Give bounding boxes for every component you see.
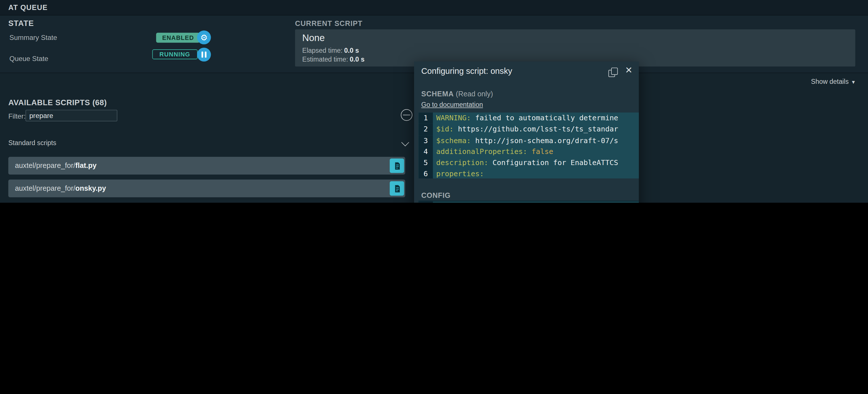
pause-icon — [202, 52, 207, 58]
estimated-time-row: Estimated time:0.0 s — [302, 55, 365, 63]
enqueue-script-icon — [393, 184, 401, 192]
active-line-highlight — [433, 202, 639, 203]
page-title: AT QUEUE — [8, 0, 48, 15]
config-heading: CONFIG — [421, 191, 451, 200]
script-path-prefix: auxtel/prepare_for/ — [15, 184, 75, 192]
enqueue-script-icon — [393, 162, 401, 170]
summary-state-label: Summary State — [9, 34, 57, 41]
elapsed-time-row: Elapsed time:0.0 s — [302, 47, 359, 54]
gear-icon: ⚙ — [200, 33, 208, 41]
current-script-panel: None Elapsed time:0.0 s Estimated time:0… — [295, 29, 855, 66]
schema-readonly-note: (Read only) — [454, 90, 493, 98]
schema-line: 6properties: — [418, 169, 639, 178]
script-name: onsky.py — [75, 184, 106, 192]
filter-label: Filter: — [8, 113, 26, 120]
standard-scripts-group-header[interactable]: Standard scripts — [0, 136, 414, 151]
elapsed-time-value: 0.0 s — [344, 47, 359, 54]
filter-input[interactable] — [25, 110, 117, 121]
summary-state-badge: ENABLED — [156, 33, 200, 43]
close-icon[interactable]: × — [624, 63, 633, 77]
estimated-time-value: 0.0 s — [350, 55, 365, 63]
enqueue-script-button[interactable] — [390, 159, 404, 173]
schema-editor[interactable]: 1WARNING: failed to automatically determ… — [418, 113, 639, 178]
schema-line: 3$schema: http://json-schema.org/draft-0… — [418, 135, 639, 146]
copy-icon[interactable] — [608, 67, 618, 77]
enqueue-script-button[interactable] — [390, 181, 404, 196]
show-details-label: Show details — [811, 78, 849, 85]
script-path: auxtel/prepare_for/flat.py — [15, 157, 97, 174]
queue-state-badge: RUNNING — [152, 49, 198, 59]
show-details-toggle[interactable]: Show details▼ — [811, 78, 856, 85]
schema-heading: SCHEMA (Read only) — [421, 90, 493, 98]
schema-line: 4additionalProperties: false — [418, 146, 639, 158]
script-path-prefix: auxtel/prepare_for/ — [15, 161, 75, 170]
script-path: auxtel/prepare_for/onsky.py — [15, 179, 106, 197]
available-scripts-heading: AVAILABLE SCRIPTS (68) — [8, 98, 107, 107]
current-script-name: None — [302, 33, 324, 44]
summary-state-settings-button[interactable]: ⚙ — [197, 30, 211, 45]
config-line-number: 1 — [418, 202, 433, 203]
script-row-onsky[interactable]: auxtel/prepare_for/onsky.py — [8, 179, 405, 197]
schema-heading-label: SCHEMA — [421, 90, 454, 98]
schema-line: 5description: Configuration for EnableAT… — [418, 158, 639, 168]
current-script-heading: CURRENT SCRIPT — [295, 19, 363, 28]
queue-state-label: Queue State — [9, 55, 48, 62]
chevron-down-icon: ▼ — [851, 79, 856, 85]
script-name: flat.py — [75, 161, 97, 170]
collapse-all-button[interactable] — [401, 109, 412, 121]
at-queue-page: AT QUEUE STATE Summary State ENABLED ⚙ Q… — [0, 0, 868, 203]
elapsed-time-label: Elapsed time: — [302, 47, 342, 54]
documentation-link[interactable]: Go to documentation — [421, 101, 483, 109]
standard-scripts-label: Standard scripts — [8, 139, 56, 147]
estimated-time-label: Estimated time: — [302, 55, 348, 63]
configure-script-modal: Configuring script: onsky × SCHEMA (Read… — [414, 62, 639, 203]
queue-pause-button[interactable] — [197, 48, 211, 62]
schema-line: 1WARNING: failed to automatically determ… — [418, 113, 639, 124]
schema-line: 2$id: https://github.com/lsst-ts/ts_stan… — [418, 124, 639, 135]
modal-title: Configuring script: onsky — [421, 66, 512, 75]
top-bar: AT QUEUE — [0, 0, 868, 16]
script-row-flat[interactable]: auxtel/prepare_for/flat.py — [8, 157, 405, 174]
state-heading: STATE — [8, 19, 34, 28]
config-editor[interactable]: 1 — [418, 201, 639, 203]
chevron-down-icon — [401, 139, 409, 146]
